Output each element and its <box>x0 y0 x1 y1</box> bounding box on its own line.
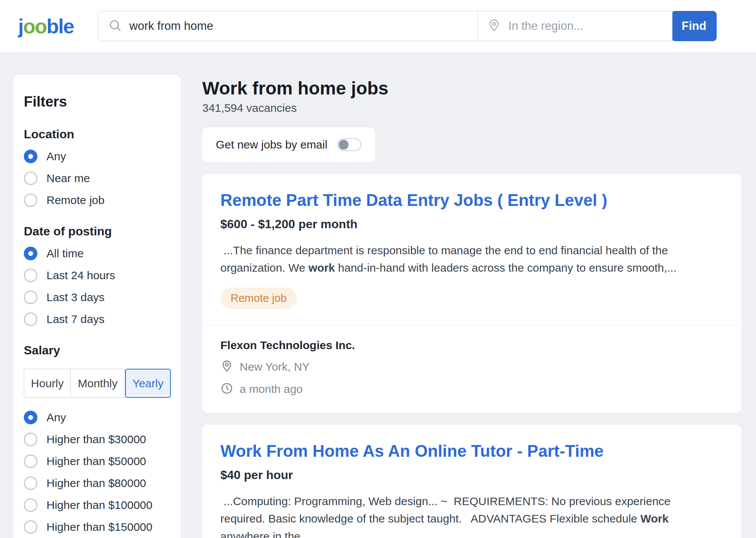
job-location: New York, NY <box>240 360 310 373</box>
job-description-highlight: Work <box>640 512 668 525</box>
radio-icon[interactable] <box>24 291 37 304</box>
job-salary: $40 per hour <box>220 468 723 482</box>
radio-icon[interactable] <box>24 172 37 185</box>
logo-part-j: j <box>18 15 23 37</box>
location-section-heading: Location <box>24 127 171 141</box>
region-input[interactable] <box>508 19 662 33</box>
radio-label: Higher than $150000 <box>46 521 152 533</box>
radio-label: Higher than $50000 <box>46 455 146 468</box>
job-posted-row: a month ago <box>220 382 723 396</box>
find-button[interactable]: Find <box>671 11 717 41</box>
radio-label: Near me <box>46 172 90 185</box>
job-location-row: New York, NY <box>220 360 723 374</box>
radio-checked-icon[interactable] <box>24 150 37 163</box>
location-option-any[interactable]: Any <box>24 150 171 163</box>
job-title-link[interactable]: Remote Part Time Data Entry Jobs ( Entry… <box>220 190 607 210</box>
toggle-knob <box>339 140 349 150</box>
radio-label: Higher than $100000 <box>46 499 152 512</box>
radio-icon[interactable] <box>24 455 37 468</box>
keyword-search-field[interactable] <box>98 11 478 41</box>
company-name: Flexon Technologies Inc. <box>220 339 723 352</box>
radio-label: Any <box>46 150 66 163</box>
radio-icon[interactable] <box>24 312 37 326</box>
top-header: jooble Find <box>0 0 756 52</box>
date-section-heading: Date of posting <box>24 224 171 238</box>
job-description-text: ...Computing: Programming, Web design...… <box>220 495 674 525</box>
results-column: Work from home jobs 341,594 vacancies Ge… <box>202 75 742 538</box>
search-input[interactable] <box>129 19 468 33</box>
radio-label: Remote job <box>46 194 104 207</box>
page-title: Work from home jobs <box>202 78 742 99</box>
tab-monthly[interactable]: Monthly <box>71 369 125 398</box>
filters-panel: Filters Location Any Near me Remote job … <box>13 75 181 538</box>
clock-icon <box>220 382 233 396</box>
filters-title: Filters <box>24 94 171 110</box>
salary-option-150000[interactable]: Higher than $150000 <box>24 520 171 534</box>
email-subscribe-toggle[interactable] <box>337 138 361 151</box>
date-option-last-3-days[interactable]: Last 3 days <box>24 291 171 304</box>
salary-period-tabs: Hourly Monthly Yearly <box>24 369 171 398</box>
tab-yearly[interactable]: Yearly <box>125 369 171 398</box>
radio-label: Last 3 days <box>46 291 104 304</box>
radio-label: Last 24 hours <box>46 269 115 282</box>
radio-icon[interactable] <box>24 433 37 446</box>
radio-checked-icon[interactable] <box>24 247 37 260</box>
job-card: Work From Home As An Online Tutor - Part… <box>202 425 742 538</box>
date-option-last-24-hours[interactable]: Last 24 hours <box>24 269 171 282</box>
location-option-near-me[interactable]: Near me <box>24 172 171 185</box>
salary-option-100000[interactable]: Higher than $100000 <box>24 498 171 512</box>
job-description: ...The finance department is responsible… <box>220 242 723 277</box>
email-subscribe-card: Get new jobs by email <box>202 127 375 162</box>
radio-icon[interactable] <box>24 476 37 490</box>
date-option-last-7-days[interactable]: Last 7 days <box>24 312 171 326</box>
logo-part-ble: ble <box>46 15 74 37</box>
job-description-text: hand-in-hand with leaders across the com… <box>335 261 677 274</box>
search-bar: Find <box>98 11 738 41</box>
company-info: Flexon Technologies Inc. New York, NY <box>220 325 723 413</box>
job-description-highlight: work <box>308 261 335 274</box>
radio-label: Higher than $30000 <box>46 433 146 446</box>
job-title-link[interactable]: Work From Home As An Online Tutor - Part… <box>220 441 604 461</box>
vacancies-count: 341,594 vacancies <box>202 102 742 114</box>
job-posted-time: a month ago <box>240 383 303 396</box>
radio-label: Higher than $80000 <box>46 477 146 490</box>
job-card: Remote Part Time Data Entry Jobs ( Entry… <box>202 174 742 413</box>
radio-label: All time <box>46 247 84 260</box>
radio-icon[interactable] <box>24 520 37 534</box>
tab-hourly[interactable]: Hourly <box>24 369 71 398</box>
salary-option-30000[interactable]: Higher than $30000 <box>24 433 171 446</box>
location-pin-icon <box>220 360 233 374</box>
radio-icon[interactable] <box>24 498 37 512</box>
salary-section-heading: Salary <box>24 343 171 357</box>
page-layout: Filters Location Any Near me Remote job … <box>0 52 756 538</box>
salary-option-50000[interactable]: Higher than $50000 <box>24 455 171 468</box>
radio-icon[interactable] <box>24 269 37 282</box>
radio-label: Any <box>46 411 66 424</box>
location-option-remote-job[interactable]: Remote job <box>24 193 171 207</box>
radio-icon[interactable] <box>24 193 37 207</box>
region-search-field[interactable] <box>477 11 672 41</box>
radio-label: Last 7 days <box>46 313 104 326</box>
job-salary: $600 - $1,200 per month <box>220 217 723 231</box>
email-subscribe-label: Get new jobs by email <box>216 138 327 151</box>
search-icon <box>108 19 122 34</box>
location-pin-icon <box>487 19 501 34</box>
job-description: ...Computing: Programming, Web design...… <box>220 493 723 538</box>
remote-job-badge: Remote job <box>220 288 297 309</box>
jooble-logo[interactable]: jooble <box>18 14 74 38</box>
salary-option-80000[interactable]: Higher than $80000 <box>24 476 171 490</box>
logo-part-oo: oo <box>23 15 46 37</box>
radio-checked-icon[interactable] <box>24 411 37 424</box>
salary-option-any[interactable]: Any <box>24 411 171 424</box>
date-option-all-time[interactable]: All time <box>24 247 171 260</box>
